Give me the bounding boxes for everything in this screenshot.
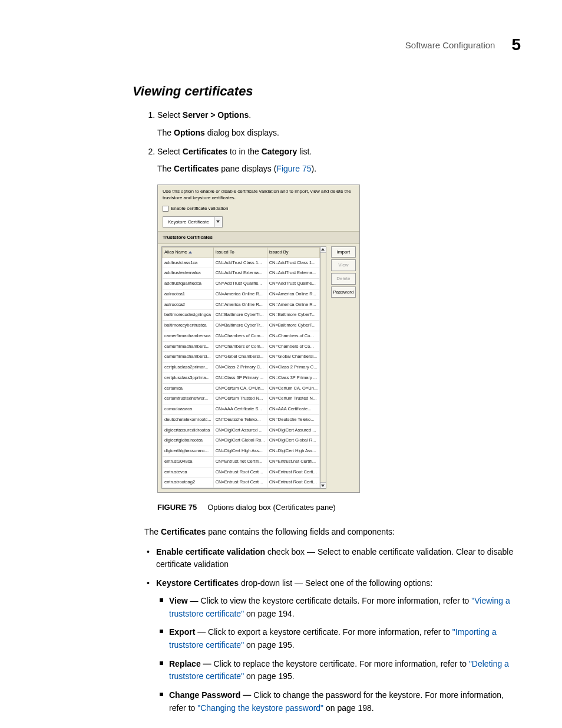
table-row[interactable]: addtrustqualifiedcaCN=AddTrust Qualifie.…	[163, 279, 320, 289]
steps-list: Select Server > Options. The Options dia…	[144, 108, 521, 514]
page-header: Software Configuration 5	[53, 35, 521, 54]
panel-description: Use this option to enable or disable cer…	[163, 189, 355, 201]
table-row[interactable]: baltimorecybertrustcaCN=Baltimore CyberT…	[163, 321, 320, 331]
enable-validation-checkbox[interactable]	[163, 206, 168, 212]
password-button[interactable]: Password	[331, 286, 356, 298]
col-header-issued-to[interactable]: Issued To	[213, 247, 267, 258]
table-row[interactable]: digicerthighassuranc...CN=DigiCert High …	[163, 446, 320, 457]
truststore-section-label: Truststore Certificates	[158, 231, 359, 244]
table-row[interactable]: digicertglobalrootcaCN=DigiCert Global R…	[163, 436, 320, 446]
table-row[interactable]: entrustevcaCN=Entrust Root Certi...CN=En…	[163, 467, 320, 477]
table-row[interactable]: addtrustexternalcaCN=AddTrust Externa...…	[163, 268, 320, 279]
certificates-panel: Use this option to enable or disable cer…	[157, 185, 360, 493]
figure-link[interactable]: Figure 75	[276, 164, 311, 173]
table-row[interactable]: certplusclass2primar...CN=Class 2 Primar…	[163, 363, 320, 373]
step-2: Select Certificates to in the Category l…	[157, 145, 521, 515]
table-row[interactable]: certplusclass3pprima...CN=Class 3P Prima…	[163, 373, 320, 383]
header-title: Software Configuration	[405, 40, 495, 50]
table-row[interactable]: entrust2048caCN=Entrust.net Certifi...CN…	[163, 456, 320, 467]
table-row[interactable]: camerfirmachambersi...CN=Global Chambers…	[163, 352, 320, 363]
table-row[interactable]: deutschetelekomrootc...CN=Deutsche Telek…	[163, 414, 320, 425]
table-row[interactable]: certumtrustednetwor...CN=Certum Trusted …	[163, 394, 320, 404]
section-title: Viewing certificates	[133, 84, 521, 99]
list-item: Export — Click to export a keystore cert…	[169, 626, 521, 651]
table-row[interactable]: baltimorecodesigningcaCN=Baltimore Cyber…	[163, 310, 320, 321]
table-row[interactable]: addtrustclass1caCN=AddTrust Class 1...CN…	[163, 258, 320, 268]
keystore-combo[interactable]: Keystore Certificate	[163, 216, 223, 228]
list-item: Enable certificate validation check box …	[156, 546, 521, 571]
chevron-down-icon	[214, 217, 222, 228]
table-row[interactable]: camerfirmachambers...CN=Chambers of Com.…	[163, 341, 320, 352]
table-row[interactable]: aolrootca2CN=America Online R...CN=Ameri…	[163, 299, 320, 310]
sort-asc-icon	[189, 251, 192, 253]
table-row[interactable]: aolrootca1CN=America Online R...CN=Ameri…	[163, 289, 320, 299]
step-1: Select Server > Options. The Options dia…	[157, 108, 521, 140]
view-button[interactable]: View	[331, 259, 356, 271]
col-header-issued-by[interactable]: Issued By	[267, 247, 320, 258]
scrollbar[interactable]	[320, 246, 326, 489]
body-paragraph: The Certificates pane contains the follo…	[144, 526, 521, 539]
list-item: Keystore Certificates drop-down list — S…	[156, 577, 521, 714]
keystore-combo-value: Keystore Certificate	[163, 217, 214, 228]
table-row[interactable]: certumcaCN=Certum CA, O=Un...CN=Certum C…	[163, 383, 320, 394]
scroll-up-icon[interactable]	[320, 247, 326, 253]
scroll-down-icon[interactable]	[320, 482, 326, 488]
chapter-number: 5	[511, 35, 521, 54]
import-button[interactable]: Import	[331, 246, 356, 258]
table-row[interactable]: digicertassuredidrootcaCN=DigiCert Assur…	[163, 425, 320, 436]
list-item: Change Password — Click to change the pa…	[169, 689, 521, 714]
table-row[interactable]: camerfirmachamberscaCN=Chambers of Com..…	[163, 331, 320, 341]
sub-list: View — Click to view the keystore certif…	[156, 595, 521, 715]
cross-ref-link[interactable]: "Changing the keystore password"	[197, 703, 323, 713]
field-list: Enable certificate validation check box …	[144, 546, 521, 715]
col-header-alias[interactable]: Alias Name	[163, 247, 214, 258]
delete-button[interactable]: Delete	[331, 273, 356, 285]
table-row[interactable]: comodoaaacaCN=AAA Certificate S...CN=AAA…	[163, 404, 320, 415]
enable-validation-label: Enable certificate validation	[171, 205, 228, 213]
figure-caption: FIGURE 75Options dialog box (Certificate…	[157, 501, 521, 514]
list-item: View — Click to view the keystore certif…	[169, 595, 521, 620]
list-item: Replace — Click to replace the keystore …	[169, 658, 521, 683]
table-row[interactable]: entrustrootcag2CN=Entrust Root Certi...C…	[163, 477, 320, 488]
truststore-table: Alias Name Issued To Issued By addtrustc…	[162, 247, 320, 488]
